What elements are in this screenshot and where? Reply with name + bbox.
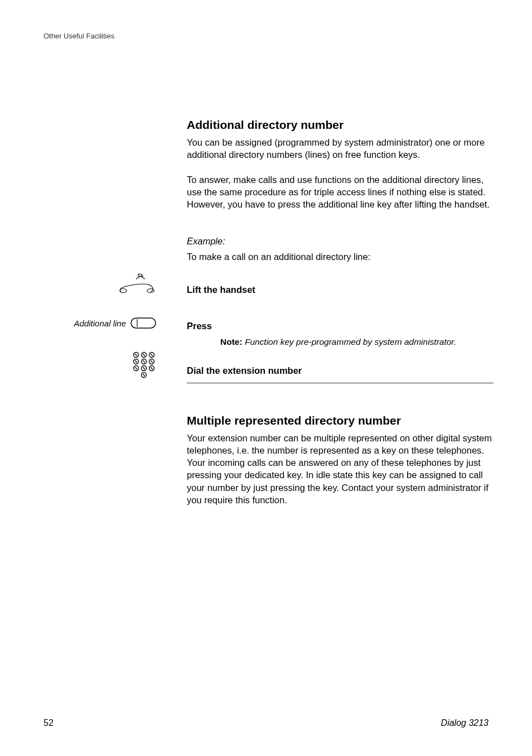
- step-dial-extension: Dial the extension number: [187, 364, 494, 377]
- svg-line-23: [143, 374, 145, 376]
- page-footer: 52 Dialog 3213: [43, 718, 489, 728]
- example-text: To make a call on an additional director…: [187, 251, 494, 263]
- svg-line-20: [135, 367, 137, 369]
- para-additional-2: To answer, make calls and use functions …: [187, 174, 494, 211]
- page-number: 52: [43, 718, 54, 728]
- keypad-icon: [132, 351, 156, 378]
- step-lift-handset: Lift the handset: [187, 283, 494, 296]
- para-additional-1: You can be assigned (programmed by syste…: [187, 136, 494, 161]
- page-header: Other Useful Facilities: [43, 32, 489, 40]
- note-label: Note:: [220, 337, 243, 346]
- step-press: Press: [187, 320, 494, 332]
- svg-line-21: [143, 367, 145, 369]
- svg-rect-2: [131, 318, 156, 328]
- svg-line-17: [135, 360, 137, 363]
- svg-line-16: [151, 354, 153, 356]
- para-multiple-represented: Your extension number can be multiple re…: [187, 432, 494, 507]
- example-label: Example:: [187, 235, 494, 247]
- svg-line-19: [151, 360, 153, 363]
- svg-point-0: [120, 289, 127, 293]
- model-name: Dialog 3213: [441, 718, 489, 728]
- note-line: Note: Function key pre-programmed by sys…: [220, 336, 494, 348]
- svg-line-14: [135, 354, 137, 356]
- function-key-icon: [130, 317, 156, 329]
- svg-line-15: [143, 354, 145, 356]
- additional-line-button-row: Additional line: [56, 316, 156, 330]
- section-title-additional-directory: Additional directory number: [187, 118, 494, 132]
- svg-line-18: [143, 360, 145, 363]
- section-divider: [187, 383, 494, 383]
- additional-line-label: Additional line: [74, 319, 126, 328]
- svg-point-1: [147, 289, 154, 293]
- section-title-multiple-represented: Multiple represented directory number: [187, 414, 494, 427]
- svg-line-22: [151, 367, 153, 369]
- lift-handset-icon: [116, 273, 156, 295]
- note-text: Function key pre-programmed by system ad…: [243, 337, 457, 346]
